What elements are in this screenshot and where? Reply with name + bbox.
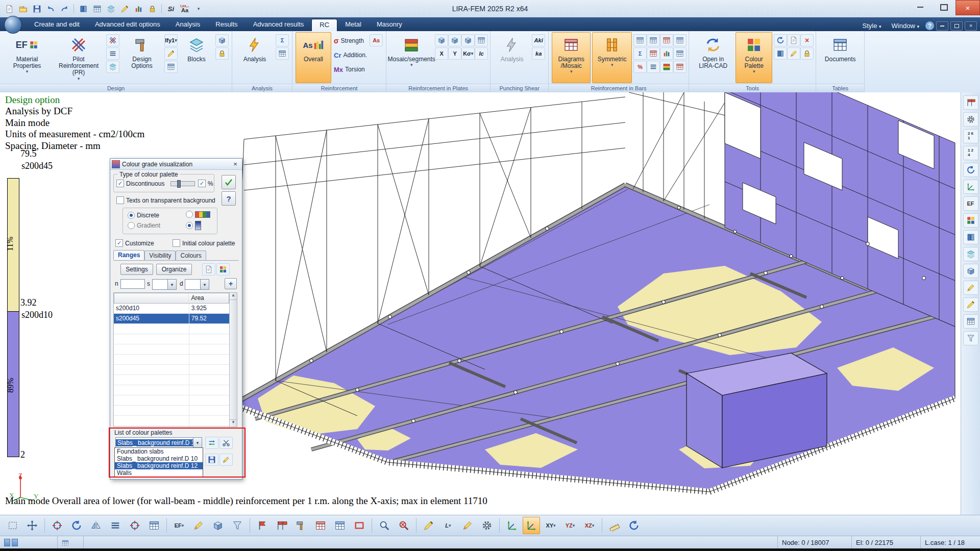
copy-palette-icon[interactable] <box>202 263 215 276</box>
plane-yz-icon[interactable]: YZ▾ <box>561 517 579 534</box>
wizard-brush-icon[interactable] <box>118 3 131 15</box>
draw-pencil-icon[interactable] <box>190 517 207 534</box>
table-row[interactable] <box>114 334 229 344</box>
tab-masonry[interactable]: Masonry <box>369 19 410 31</box>
tab-rc[interactable]: RC <box>311 19 337 31</box>
lock-tools-icon[interactable] <box>800 47 814 60</box>
pilot-reinforcement-button[interactable]: Pilot Reinforcement (PR)▾ <box>53 32 105 83</box>
rc-analysis-button[interactable]: Analysis <box>235 32 274 83</box>
design-options-button[interactable]: Design Options <box>121 32 163 83</box>
ka-icon[interactable]: ka <box>532 47 545 60</box>
highlighter-icon[interactable] <box>420 517 437 534</box>
axis-x-button[interactable]: X <box>435 47 448 60</box>
k-sigma-button[interactable]: Kσ▾ <box>461 47 475 60</box>
draw-annotation-icon[interactable] <box>963 281 978 295</box>
bars-stack-icon[interactable] <box>660 61 673 73</box>
punching-analysis-button[interactable]: Analysis <box>494 32 530 83</box>
doc-minimize-button[interactable] <box>936 21 948 31</box>
display-flags-icon[interactable] <box>963 95 978 110</box>
reinforcement-scheme-icon[interactable] <box>106 34 119 46</box>
tab-advanced-edit-options[interactable]: Advanced edit options <box>87 19 168 31</box>
save-icon[interactable] <box>31 3 43 15</box>
new-document-icon[interactable] <box>3 3 15 15</box>
element-numbers-icon[interactable]: 1 2 4 <box>963 146 978 160</box>
dialog-title-bar[interactable]: Colour grade visualization × <box>110 159 242 170</box>
table-row[interactable] <box>114 416 229 426</box>
loadcase-counter[interactable]: L.case: 1 / 18 <box>921 536 980 549</box>
table-row[interactable] <box>114 395 229 406</box>
diagrams-mosaic-button[interactable]: Diagrams /Mosaic▾ <box>552 32 591 83</box>
layers-display-icon[interactable] <box>963 247 978 261</box>
grid-display-icon[interactable] <box>963 314 978 329</box>
brush-settings-icon[interactable] <box>164 47 178 60</box>
colour-grade-dialog[interactable]: Colour grade visualization × Type of col… <box>110 158 242 480</box>
result-table-icon[interactable] <box>276 47 289 60</box>
tab-results[interactable]: Results <box>208 19 245 31</box>
tab-ranges[interactable]: Ranges <box>113 250 144 260</box>
palette-combo-arrow[interactable]: ▾ <box>193 438 202 447</box>
measure-ruler-icon[interactable] <box>606 517 623 534</box>
palette-option[interactable]: Slabs_ background reinf.D 10 <box>115 455 203 462</box>
close-button[interactable]: × <box>955 0 980 15</box>
volume-cube-icon[interactable] <box>209 517 227 534</box>
check-table-icon[interactable] <box>331 517 349 534</box>
rotate-view-icon[interactable] <box>68 517 85 534</box>
ef-fragmentation-icon[interactable]: EF▾ <box>170 517 188 534</box>
red-box-icon[interactable] <box>351 517 368 534</box>
dialog-help-button[interactable]: ? <box>222 191 236 206</box>
marquee-select-icon[interactable] <box>4 517 21 534</box>
settings-gear-icon[interactable] <box>478 517 496 534</box>
addition-button[interactable]: Cr Addition. <box>333 48 368 62</box>
table-row[interactable] <box>114 365 229 375</box>
palette-option[interactable]: Walls <box>115 469 203 477</box>
style-menu[interactable]: Style ▾ <box>859 20 886 31</box>
bars-table-7-icon[interactable] <box>673 61 687 73</box>
flags-pair-icon[interactable] <box>273 517 290 534</box>
application-menu-button[interactable] <box>4 16 22 34</box>
si-units-icon[interactable]: Si <box>165 3 177 15</box>
organize-button[interactable]: Organize <box>156 264 192 275</box>
axis-y-button[interactable]: Y <box>448 47 461 60</box>
plate-table-icon[interactable] <box>475 34 488 46</box>
gradient-radio[interactable]: Gradient <box>128 222 160 229</box>
tab-create-and-edit[interactable]: Create and edit <box>27 19 87 31</box>
add-block-icon[interactable] <box>215 34 229 46</box>
initial-palette-checkbox[interactable]: Initial colour palette <box>173 239 235 247</box>
plane-xz-icon[interactable]: XZ▾ <box>581 517 598 534</box>
flag-mark-icon[interactable] <box>254 517 271 534</box>
node-select-icon[interactable] <box>48 517 66 534</box>
handbook-icon[interactable] <box>963 230 978 244</box>
ef-fragment-icon[interactable]: EF <box>963 196 978 211</box>
table-row[interactable] <box>114 385 229 395</box>
plate-scheme-icon[interactable] <box>106 61 119 73</box>
rotate-ring-icon[interactable] <box>625 517 643 534</box>
bars-chart-icon[interactable] <box>660 47 673 60</box>
strength-button[interactable]: σ Strength <box>333 34 368 47</box>
swap-palette-icon[interactable] <box>205 437 218 449</box>
apply-button[interactable] <box>222 175 236 189</box>
red-table-icon[interactable] <box>312 517 329 534</box>
doc-restore-button[interactable] <box>950 21 963 31</box>
plate-cube-icon[interactable] <box>461 34 475 46</box>
transparent-background-checkbox[interactable]: Texts on transparent background <box>116 196 215 204</box>
open-in-liracad-button[interactable]: Open in LIRA-CAD <box>692 32 734 83</box>
copy-page-icon[interactable] <box>787 34 800 46</box>
bars-table-4-icon[interactable] <box>673 34 687 46</box>
table-row-selected[interactable]: s200d45 79.52 <box>114 314 229 324</box>
bars-table-6-icon[interactable] <box>673 47 687 60</box>
plate-x-cube-icon[interactable] <box>435 34 448 46</box>
table-row[interactable] <box>114 324 229 334</box>
minimize-button[interactable] <box>909 0 932 14</box>
colour-palette-button[interactable]: Colour Palette▾ <box>736 32 772 83</box>
lock-icon[interactable] <box>146 3 158 15</box>
tab-visibility[interactable]: Visibility <box>144 251 176 260</box>
filter-funnel-icon[interactable] <box>229 517 246 534</box>
redo-icon[interactable] <box>58 3 70 15</box>
palette-slider[interactable] <box>170 181 195 186</box>
pan-icon[interactable] <box>23 517 41 534</box>
mosaic-segments-button[interactable]: Mosaic/segments▾ <box>389 32 433 83</box>
wireframe-cube-icon[interactable] <box>963 264 978 278</box>
isometric-view-icon[interactable] <box>523 517 540 534</box>
material-properties-button[interactable]: EF Material Properties▾ <box>3 32 51 83</box>
handbook-icon[interactable] <box>774 47 787 60</box>
